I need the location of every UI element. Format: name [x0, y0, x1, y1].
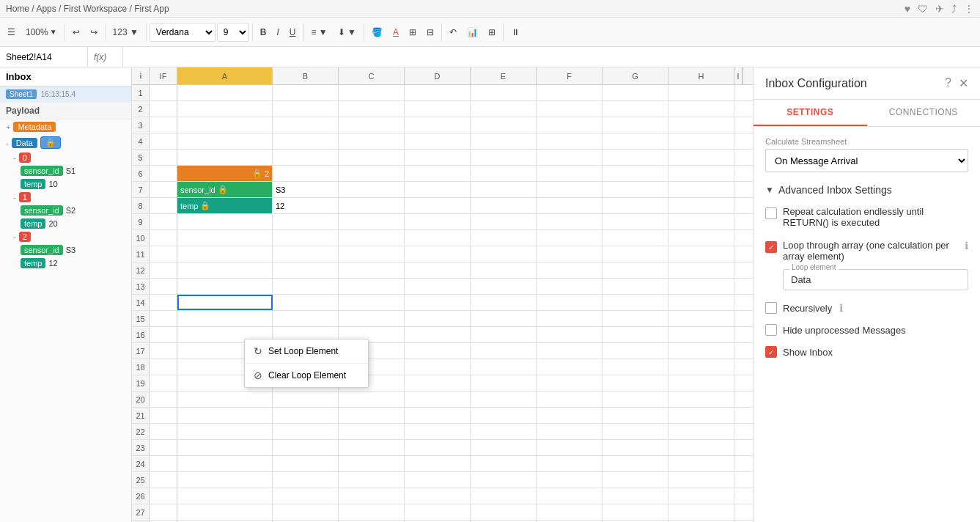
cell-D23[interactable] — [405, 440, 471, 455]
if-col-8[interactable] — [150, 198, 177, 213]
cell-H7[interactable] — [668, 182, 734, 197]
cell-H20[interactable] — [668, 392, 734, 407]
if-col-19[interactable] — [150, 375, 177, 391]
cell-B5[interactable] — [273, 150, 339, 165]
if-col-22[interactable] — [150, 424, 177, 439]
temp-0-row[interactable]: temp 10 — [0, 177, 131, 191]
cell-I6[interactable] — [734, 166, 753, 181]
cell-G19[interactable] — [603, 375, 668, 391]
cell-G10[interactable] — [603, 230, 668, 246]
cell-C23[interactable] — [339, 440, 405, 455]
if-col-15[interactable] — [150, 311, 177, 326]
cell-B20[interactable] — [273, 392, 339, 407]
cell-E15[interactable] — [471, 311, 537, 326]
cell-H8[interactable] — [668, 198, 734, 213]
index-2-row[interactable]: - 2 — [0, 230, 131, 243]
cell-D2[interactable] — [405, 101, 471, 117]
cell-E27[interactable] — [471, 504, 537, 520]
cell-D14[interactable] — [405, 295, 471, 310]
cell-G16[interactable] — [603, 327, 668, 342]
cell-I3[interactable] — [734, 117, 753, 133]
cell-E13[interactable] — [471, 279, 537, 294]
cell-F20[interactable] — [537, 392, 603, 407]
cell-G1[interactable] — [603, 85, 668, 100]
cell-H26[interactable] — [668, 488, 734, 504]
cell-E23[interactable] — [471, 440, 537, 455]
if-col-20[interactable] — [150, 392, 177, 407]
cell-G5[interactable] — [603, 150, 668, 165]
if-col-2[interactable] — [150, 101, 177, 117]
if-col-4[interactable] — [150, 133, 177, 149]
cell-C6[interactable] — [339, 166, 405, 181]
cell-A11[interactable] — [177, 246, 273, 262]
sensor-id-2-row[interactable]: sensor_id S3 — [0, 243, 131, 257]
cell-H23[interactable] — [668, 440, 734, 455]
cell-E20[interactable] — [471, 392, 537, 407]
cell-C13[interactable] — [339, 279, 405, 294]
index-1-row[interactable]: - 1 — [0, 191, 131, 204]
cell-G25[interactable] — [603, 472, 668, 488]
cell-G20[interactable] — [603, 392, 668, 407]
cell-A1[interactable] — [177, 85, 273, 100]
cell-B26[interactable] — [273, 488, 339, 504]
col-header-e[interactable]: E — [471, 67, 537, 84]
cell-F5[interactable] — [537, 150, 603, 165]
cell-A13[interactable] — [177, 279, 273, 294]
cell-G27[interactable] — [603, 504, 668, 520]
cell-B24[interactable] — [273, 456, 339, 471]
cell-F18[interactable] — [537, 359, 603, 375]
cell-F13[interactable] — [537, 279, 603, 294]
cell-B13[interactable] — [273, 279, 339, 294]
if-col-5[interactable] — [150, 150, 177, 165]
if-col-24[interactable] — [150, 456, 177, 471]
cell-B25[interactable] — [273, 472, 339, 488]
heart-icon[interactable]: ♥ — [905, 3, 910, 15]
cell-C27[interactable] — [339, 504, 405, 520]
cell-G13[interactable] — [603, 279, 668, 294]
recursively-checkbox[interactable] — [765, 302, 777, 314]
col-header-a[interactable]: A — [177, 67, 273, 84]
cell-H25[interactable] — [668, 472, 734, 488]
cell-H1[interactable] — [668, 85, 734, 100]
data-selected-tag[interactable]: 🔒 — [40, 136, 61, 149]
undo2-button[interactable]: ↶ — [445, 22, 461, 43]
cell-A25[interactable] — [177, 472, 273, 488]
fill-color-button[interactable]: 🪣 — [367, 22, 387, 43]
grid-container[interactable]: 123456🔒27sensor_id 🔒S38temp 🔒12910111213… — [132, 85, 753, 522]
cell-C26[interactable] — [339, 488, 405, 504]
cell-B23[interactable] — [273, 440, 339, 455]
cell-B27[interactable] — [273, 504, 339, 520]
cell-F21[interactable] — [537, 408, 603, 423]
cell-F14[interactable] — [537, 295, 603, 310]
border-button[interactable]: ⊞ — [405, 22, 421, 43]
cell-A27[interactable] — [177, 504, 273, 520]
cell-G4[interactable] — [603, 133, 668, 149]
cell-E26[interactable] — [471, 488, 537, 504]
cell-D24[interactable] — [405, 456, 471, 471]
advanced-section-header[interactable]: ▼ Advanced Inbox Settings — [765, 184, 968, 196]
cell-I10[interactable] — [734, 230, 753, 246]
cell-H12[interactable] — [668, 262, 734, 278]
cell-D3[interactable] — [405, 117, 471, 133]
cell-E16[interactable] — [471, 327, 537, 342]
col-header-g[interactable]: G — [603, 67, 668, 84]
cell-D9[interactable] — [405, 214, 471, 229]
help-icon[interactable]: ? — [945, 76, 951, 90]
cell-I19[interactable] — [734, 375, 753, 391]
pin-icon[interactable]: ✈ — [935, 3, 944, 15]
cell-B10[interactable] — [273, 230, 339, 246]
cell-I18[interactable] — [734, 359, 753, 375]
cell-D12[interactable] — [405, 262, 471, 278]
cell-A21[interactable] — [177, 408, 273, 423]
cell-H11[interactable] — [668, 246, 734, 262]
cell-I16[interactable] — [734, 327, 753, 342]
cell-D27[interactable] — [405, 504, 471, 520]
temp-2-row[interactable]: temp 12 — [0, 257, 131, 270]
cell-B7[interactable]: S3 — [273, 182, 339, 197]
cell-D6[interactable] — [405, 166, 471, 181]
cell-F16[interactable] — [537, 327, 603, 342]
align-button[interactable]: ≡ ▼ — [307, 22, 332, 43]
cell-G15[interactable] — [603, 311, 668, 326]
calculate-select[interactable]: On Message Arrival Continuously On Execu… — [765, 149, 968, 172]
cell-F25[interactable] — [537, 472, 603, 488]
